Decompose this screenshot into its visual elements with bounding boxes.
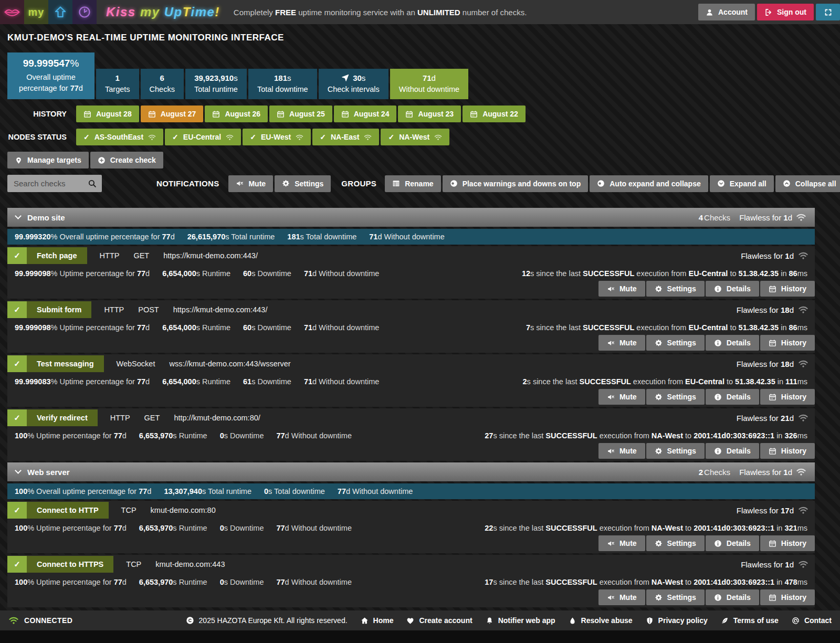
expand-all-button[interactable]: Expand all (710, 175, 774, 192)
check-row: ✓ Test messaging WebSocketwss://kmut-dem… (7, 354, 815, 407)
warnings-on-top-toggle[interactable]: Place warnings and downs on top (443, 175, 589, 192)
footer-link[interactable]: Resolve abuse (569, 616, 633, 625)
check-exec-status: 22s since the last SUCCESSFUL execution … (485, 524, 807, 532)
check-name[interactable]: Fetch page (27, 247, 87, 264)
node-label: EU-Central (183, 133, 221, 141)
notifications-settings-button[interactable]: Settings (275, 175, 331, 192)
rocket-icon (341, 74, 349, 82)
check-name[interactable]: Connect to HTTPS (27, 556, 113, 573)
check-mute-button[interactable]: Mute (598, 281, 645, 297)
check-history-button[interactable]: History (760, 535, 815, 551)
history-day-button[interactable]: August 25 (269, 106, 332, 122)
lips-tile[interactable] (0, 0, 24, 24)
check-settings-button[interactable]: Settings (646, 443, 705, 459)
check-details-button[interactable]: Details (706, 443, 759, 459)
account-button-label: Account (718, 8, 748, 16)
notifications-label: NOTIFICATIONS (156, 179, 219, 188)
check-head: ✓ Test messaging WebSocketwss://kmut-dem… (7, 355, 815, 372)
node-status-button[interactable]: ✓ NA-West (381, 129, 449, 145)
create-check-button[interactable]: Create check (90, 152, 163, 168)
footer-link[interactable]: Terms of use (721, 616, 779, 625)
footer-link[interactable]: Notifier web app (486, 616, 555, 625)
history-day-button[interactable]: August 23 (398, 106, 461, 122)
rename-groups-button[interactable]: Rename (385, 175, 440, 192)
check-name[interactable]: Test messaging (27, 355, 104, 372)
check-name[interactable]: Connect to HTTP (27, 502, 109, 519)
notifications-mute-label: Mute (248, 180, 266, 188)
history-day-button[interactable]: August 27 (141, 106, 204, 122)
auto-expand-toggle[interactable]: Auto expand and collapse (590, 175, 708, 192)
calendar-icon (405, 110, 413, 118)
check-name[interactable]: Verify redirect (27, 409, 98, 426)
footer-link[interactable]: Privacy policy (646, 616, 708, 625)
check-action-label: Mute (620, 393, 637, 401)
check-mute-button[interactable]: Mute (598, 389, 645, 405)
group-header[interactable]: Web server 2Checks Flawless for 1d (7, 462, 815, 481)
nodes-status-label: NODES STATUS (0, 133, 76, 141)
my-logo-tile[interactable]: my (24, 0, 48, 24)
stat-tile: 1 Targets (96, 69, 139, 99)
check-details-button[interactable]: Details (706, 589, 759, 605)
chevron-down-icon (15, 467, 22, 474)
stat-tile-label: Targets (105, 84, 130, 95)
check-details-button[interactable]: Details (706, 281, 759, 297)
fullscreen-button[interactable] (816, 4, 840, 20)
check-details-button[interactable]: Details (706, 335, 759, 351)
stat-tile-value: 181s (274, 73, 291, 82)
check-head: ✓ Verify redirect HTTPGEThttp://kmut-dem… (7, 409, 815, 426)
check-action-label: History (781, 539, 806, 547)
calendar-icon (277, 110, 285, 118)
check-action-label: History (781, 284, 806, 293)
check-settings-button[interactable]: Settings (646, 335, 705, 351)
gear-icon (655, 339, 663, 347)
check-settings-button[interactable]: Settings (646, 589, 705, 605)
node-status-button[interactable]: ✓ AS-SouthEast (76, 129, 163, 145)
home-arrow-tile[interactable] (48, 0, 72, 24)
wifi-icon (798, 560, 808, 568)
history-day-button[interactable]: August 24 (334, 106, 397, 122)
check-mute-button[interactable]: Mute (598, 443, 645, 459)
stat-text: 71d Without downtime (304, 377, 379, 386)
check-settings-button[interactable]: Settings (646, 535, 705, 551)
check-history-button[interactable]: History (760, 335, 815, 351)
history-day-button[interactable]: August 28 (76, 106, 139, 122)
check-exec-status: 17s since the last SUCCESSFUL execution … (485, 578, 807, 586)
groups-label: GROUPS (341, 179, 376, 188)
check-mute-button[interactable]: Mute (598, 335, 645, 351)
check-name[interactable]: Submit form (27, 301, 91, 318)
check-history-button[interactable]: History (760, 281, 815, 297)
group-checks: ✓ Fetch page HTTPGEThttps://kmut-demo.co… (7, 246, 815, 461)
check-history-button[interactable]: History (760, 443, 815, 459)
history-day-button[interactable]: August 22 (463, 106, 526, 122)
notifications-mute-button[interactable]: Mute (228, 175, 273, 192)
signout-button[interactable]: Sign out (757, 4, 814, 20)
clock-tile[interactable] (72, 0, 97, 24)
stat-text: 100% Uptime percentage for 77d (15, 578, 127, 586)
check-mute-button[interactable]: Mute (598, 535, 645, 551)
check-mute-button[interactable]: Mute (598, 589, 645, 605)
check-settings-button[interactable]: Settings (646, 389, 705, 405)
check-history-button[interactable]: History (760, 389, 815, 405)
stat-text: 181s Total downtime (287, 233, 356, 241)
footer-link-label: Home (373, 616, 394, 625)
wifi-icon (148, 133, 156, 141)
collapse-all-button[interactable]: Collapse all (775, 175, 840, 192)
footer-link[interactable]: Contact (792, 616, 832, 625)
gear-icon (282, 180, 290, 187)
account-button[interactable]: Account (698, 4, 755, 20)
check-settings-button[interactable]: Settings (646, 281, 705, 297)
check-details-button[interactable]: Details (706, 535, 759, 551)
stat-tile-value-text: 1 (116, 73, 120, 82)
check-details-button[interactable]: Details (706, 389, 759, 405)
history-day-button[interactable]: August 26 (205, 106, 268, 122)
footer-link[interactable]: Create account (406, 616, 472, 625)
check-mid: 99.999083% Uptime percentage for 77d6,65… (7, 377, 815, 386)
stat-text: 100% Uptime percentage for 77d (15, 524, 127, 532)
node-status-button[interactable]: ✓ NA-East (312, 129, 379, 145)
check-history-button[interactable]: History (760, 589, 815, 605)
node-status-button[interactable]: ✓ EU-Central (165, 129, 241, 145)
footer-link[interactable]: Home (361, 616, 394, 625)
group-header[interactable]: Demo site 4Checks Flawless for 1d (7, 208, 815, 227)
manage-targets-button[interactable]: Manage targets (7, 152, 89, 168)
node-status-button[interactable]: ✓ EU-West (243, 129, 311, 145)
